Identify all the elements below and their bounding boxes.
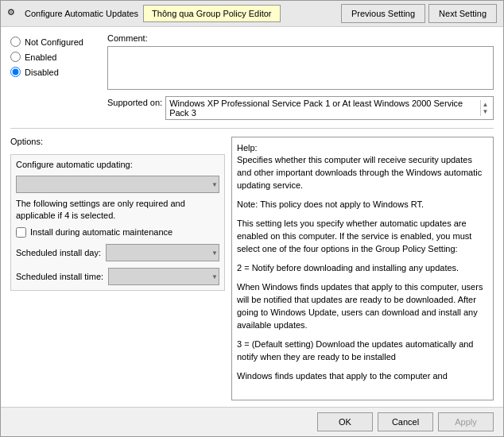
schedule-day-dropdown-wrapper: ▼: [106, 244, 219, 261]
schedule-day-label: Scheduled install day:: [16, 248, 101, 257]
options-header: Options:: [10, 137, 225, 146]
configure-label: Configure automatic updating:: [16, 160, 219, 169]
help-paragraph: When Windows finds updates that apply to…: [237, 281, 488, 332]
content-area: Not Configured Enabled Disabled Comment:…: [1, 27, 503, 407]
schedule-time-row: Scheduled install time: ▼: [16, 268, 219, 285]
bottom-bar: OK Cancel Apply: [1, 407, 503, 436]
comment-textarea[interactable]: [107, 46, 494, 90]
help-column: Help: Specifies whether this computer wi…: [231, 137, 494, 400]
schedule-day-dropdown[interactable]: [106, 244, 219, 261]
radio-disabled-input[interactable]: [10, 67, 21, 77]
tooltip-text: Thông qua Group Policy Editor: [152, 9, 271, 18]
help-paragraph: Note: This policy does not apply to Wind…: [237, 199, 488, 211]
title-bar-buttons: Previous Setting Next Setting: [341, 4, 497, 23]
schedule-time-dropdown[interactable]: [108, 268, 219, 285]
cancel-button[interactable]: Cancel: [378, 412, 433, 431]
help-paragraph: Specifies whether this computer will rec…: [237, 154, 488, 192]
radio-disabled-label: Disabled: [25, 68, 59, 77]
help-paragraph: Windows finds updates that apply to the …: [237, 370, 488, 383]
install-maintenance-checkbox-row[interactable]: Install during automatic maintenance: [16, 227, 219, 238]
schedule-time-label: Scheduled install time:: [16, 272, 103, 281]
divider: [10, 128, 494, 129]
radio-disabled[interactable]: Disabled: [10, 67, 98, 77]
help-paragraph: This setting lets you specify whether au…: [237, 218, 488, 256]
tooltip-bubble: Thông qua Group Policy Editor: [143, 5, 280, 22]
two-columns: Options: Configure automatic updating: ▼…: [10, 137, 494, 400]
help-paragraph: 3 = (Default setting) Download the updat…: [237, 338, 488, 364]
main-window: ⚙ Configure Automatic Updates Thông qua …: [0, 0, 504, 437]
window-title: Configure Automatic Updates: [25, 9, 138, 18]
configure-dropdown[interactable]: [16, 176, 219, 193]
supported-text: Windows XP Professional Service Pack 1 o…: [169, 99, 477, 118]
options-note: The following settings are only required…: [16, 198, 219, 222]
apply-button[interactable]: Apply: [438, 412, 494, 431]
install-maintenance-label: Install during automatic maintenance: [30, 227, 173, 237]
supported-value: Windows XP Professional Service Pack 1 o…: [165, 96, 494, 120]
install-maintenance-checkbox[interactable]: [16, 227, 26, 238]
comment-section: Comment: Supported on: Windows XP Profes…: [107, 33, 494, 120]
comment-label: Comment:: [107, 33, 494, 43]
window-icon: ⚙: [7, 7, 20, 20]
schedule-time-dropdown-wrapper: ▼: [108, 268, 219, 285]
help-text: Specifies whether this computer will rec…: [237, 154, 488, 382]
radio-not-configured[interactable]: Not Configured: [10, 37, 98, 47]
supported-row: Supported on: Windows XP Professional Se…: [107, 96, 494, 120]
radio-not-configured-label: Not Configured: [25, 37, 83, 47]
help-paragraph: 2 = Notify before downloading and instal…: [237, 262, 488, 275]
ok-button[interactable]: OK: [317, 412, 373, 431]
radio-enabled[interactable]: Enabled: [10, 52, 98, 62]
radio-enabled-input[interactable]: [10, 52, 21, 62]
top-section: Not Configured Enabled Disabled Comment:…: [10, 33, 494, 120]
radio-enabled-label: Enabled: [25, 52, 56, 62]
configure-dropdown-wrapper: ▼: [16, 176, 219, 193]
options-box: Configure automatic updating: ▼ The foll…: [10, 154, 225, 291]
radio-not-configured-input[interactable]: [10, 37, 21, 47]
schedule-day-row: Scheduled install day: ▼: [16, 244, 219, 261]
title-bar: ⚙ Configure Automatic Updates Thông qua …: [1, 1, 503, 27]
options-column: Options: Configure automatic updating: ▼…: [10, 137, 225, 400]
help-header: Help:: [237, 143, 258, 153]
previous-setting-button[interactable]: Previous Setting: [341, 4, 425, 23]
title-bar-left: ⚙ Configure Automatic Updates Thông qua …: [7, 5, 281, 22]
next-setting-button[interactable]: Next Setting: [428, 4, 497, 23]
supported-label: Supported on:: [107, 96, 162, 107]
radio-group: Not Configured Enabled Disabled: [10, 33, 98, 77]
